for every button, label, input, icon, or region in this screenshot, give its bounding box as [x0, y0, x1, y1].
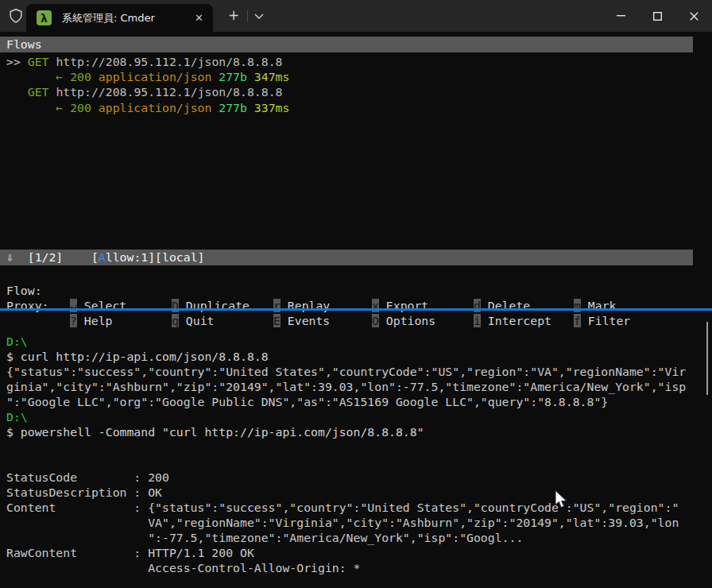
titlebar-divider — [247, 10, 248, 22]
titlebar: λ 系統管理員: Cmder ✕ + — [0, 0, 712, 32]
terminal-line: ":-77.5,"timezone":"America/New_York","i… — [6, 530, 686, 545]
flow-list: >> GET http://208.95.112.1/json/8.8.8.8 … — [6, 54, 289, 115]
cmder-lambda-icon: λ — [37, 10, 52, 25]
keybinding-row-flow: Flow: ↵ SelectD Duplicater Replayx Expor… — [0, 268, 712, 283]
terminal-line: ":"Google LLC","org":"Google Public DNS"… — [6, 394, 686, 409]
mouse-cursor-icon — [555, 489, 569, 510]
binding-quit[interactable]: q Quit — [172, 313, 214, 328]
keybinding-row-label: Proxy: — [6, 298, 48, 313]
terminal-line — [6, 455, 686, 470]
terminal-line: StatusCode : 200 — [6, 470, 686, 485]
scroll-indicator-icon: ⇩ — [6, 250, 14, 264]
binding-export[interactable]: x Export — [372, 298, 428, 313]
terminal-line: Content : {"status":"success","country":… — [6, 500, 686, 515]
close-button[interactable] — [675, 0, 712, 32]
terminal-line: StatusDescription : OK — [6, 485, 686, 500]
tab-close-icon[interactable]: ✕ — [195, 12, 203, 24]
window-controls — [602, 0, 712, 32]
tab-title: 系統管理員: Cmder — [62, 11, 195, 25]
minimize-button[interactable] — [602, 0, 639, 32]
terminal-line: D:\ — [6, 334, 686, 349]
terminal-line — [6, 439, 686, 455]
terminal-line: $ powershell -Command "curl http://ip-ap… — [6, 424, 686, 439]
binding-mark[interactable]: m Mark — [574, 298, 616, 313]
cmder-window: λ 系統管理員: Cmder ✕ + Flows >> GET http://2… — [0, 0, 712, 588]
binding-events[interactable]: E Events — [273, 313, 330, 328]
terminal-line: Access-Control-Allow-Origin: * — [6, 560, 686, 575]
scrollbar-thumb[interactable] — [706, 322, 708, 395]
terminal-line: ginia","city":"Ashburn","zip":"20149","l… — [6, 379, 686, 394]
flow-row[interactable]: >> GET http://208.95.112.1/json/8.8.8.8 — [6, 54, 289, 69]
maximize-button[interactable] — [639, 0, 675, 32]
terminal-line: {"status":"success","country":"United St… — [6, 364, 686, 379]
shell-output: D:\$ curl http://ip-api.com/json/8.8.8.8… — [6, 334, 686, 575]
binding-intercept[interactable]: i Intercept — [474, 313, 551, 328]
pane-separator — [0, 308, 712, 311]
binding-help[interactable]: ? Help — [70, 313, 112, 328]
flow-count: [1/2] [ — [14, 250, 99, 264]
binding-filter[interactable]: f Filter — [574, 313, 630, 328]
mitmproxy-status-bar: ⇩ [1/2] [Allow:1][local] — [0, 250, 693, 265]
keybinding-row-proxy: Proxy: ? Helpq QuitE EventsO Optionsi In… — [0, 283, 712, 298]
terminal-line: RawContent : HTTP/1.1 200 OK — [6, 545, 686, 560]
binding-replay[interactable]: r Replay — [273, 298, 330, 313]
tab-dropdown-button[interactable] — [251, 7, 267, 25]
terminal-line: $ curl http://ip-api.com/json/8.8.8.8 — [6, 349, 686, 364]
binding-delete[interactable]: d Delete — [474, 298, 530, 313]
flow-response-row: ← 200 application/json 277b 347ms — [6, 69, 289, 84]
allow-key-highlight: A — [99, 250, 106, 264]
terminal-line: VA","regionName":"Virginia","city":"Ashb… — [6, 515, 686, 530]
terminal-line: D:\ — [6, 409, 686, 424]
flow-row[interactable]: GET http://208.95.112.1/json/8.8.8.8 — [6, 84, 289, 99]
binding-options[interactable]: O Options — [372, 313, 435, 328]
binding-duplicate[interactable]: D Duplicate — [172, 298, 250, 313]
admin-shield-icon — [7, 7, 25, 25]
new-tab-button[interactable]: + — [223, 5, 244, 27]
binding-select[interactable]: ↵ Select — [70, 298, 126, 313]
mode-indicators: llow:1][local] — [106, 250, 205, 264]
mitmproxy-flows-header: Flows — [0, 37, 693, 52]
flow-response-row: ← 200 application/json 277b 337ms — [6, 100, 289, 115]
tab-cmder[interactable]: λ 系統管理員: Cmder ✕ — [26, 4, 213, 32]
